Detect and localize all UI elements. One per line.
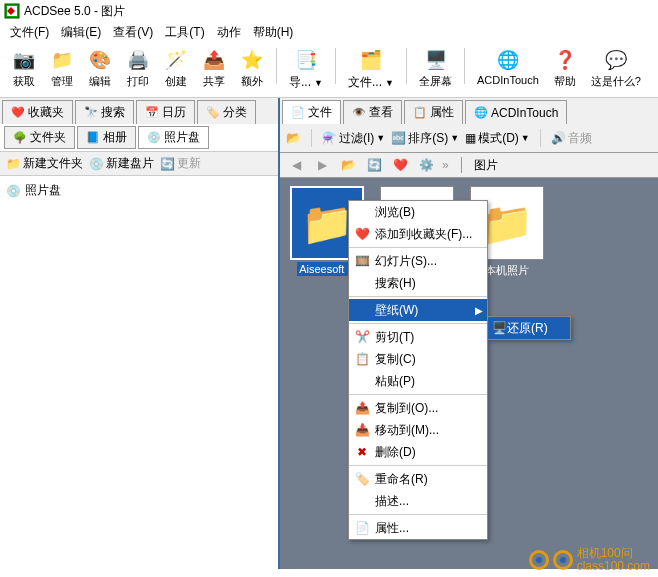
ctx-slide[interactable]: 🎞️幻灯片(S)... bbox=[349, 250, 487, 272]
tab-albums[interactable]: 📘相册 bbox=[77, 126, 136, 149]
file-button[interactable]: 🗂️文件... ▼ bbox=[342, 46, 400, 93]
props-icon: 📄 bbox=[353, 521, 371, 535]
copyto-icon: 📤 bbox=[353, 401, 371, 415]
export-icon: 📑 bbox=[294, 48, 318, 72]
eye-icon: 👁️ bbox=[352, 106, 366, 120]
ctx-props[interactable]: 📄属性... bbox=[349, 517, 487, 539]
left-panel: ❤️收藏夹 🔭搜索 📅日历 🏷️分类 🌳文件夹 📘相册 💿照片盘 📁新建文件夹 … bbox=[0, 98, 280, 569]
fullscreen-icon: 🖥️ bbox=[424, 48, 448, 72]
ctx-moveto[interactable]: 📥移动到(M)... bbox=[349, 419, 487, 441]
separator bbox=[311, 129, 312, 147]
menu-bar: 文件(F) 编辑(E) 查看(V) 工具(T) 动作 帮助(H) bbox=[0, 22, 658, 42]
menu-actions[interactable]: 动作 bbox=[211, 22, 247, 43]
share-icon: 📤 bbox=[202, 48, 226, 72]
new-folder-button[interactable]: 📁新建文件夹 bbox=[6, 155, 83, 172]
whatsthis-icon: 💬 bbox=[604, 48, 628, 72]
acquire-button[interactable]: 📷获取 bbox=[6, 46, 42, 91]
nav-opts-button[interactable]: ⚙️ bbox=[416, 156, 436, 174]
tree-icon: 🌳 bbox=[13, 131, 27, 145]
ctx-rename[interactable]: 🏷️重命名(R) bbox=[349, 468, 487, 490]
watermark-icon bbox=[553, 550, 573, 570]
main-toolbar: 📷获取 📁管理 🎨编辑 🖨️打印 🪄创建 📤共享 ⭐额外 📑导... ▼ 🗂️文… bbox=[0, 42, 658, 98]
menu-help[interactable]: 帮助(H) bbox=[247, 22, 300, 43]
ctx-addfav[interactable]: ❤️添加到收藏夹(F)... bbox=[349, 223, 487, 245]
speaker-icon: 🔊 bbox=[551, 131, 566, 145]
create-button[interactable]: 🪄创建 bbox=[158, 46, 194, 91]
filter-icon: ⚗️ bbox=[322, 131, 337, 145]
rtab-view[interactable]: 👁️查看 bbox=[343, 100, 402, 124]
help-button[interactable]: ❓帮助 bbox=[547, 46, 583, 91]
disc-icon: 💿 bbox=[6, 184, 21, 198]
context-menu: 浏览(B) ❤️添加到收藏夹(F)... 🎞️幻灯片(S)... 搜索(H) 壁… bbox=[348, 200, 488, 540]
help-icon: ❓ bbox=[553, 48, 577, 72]
tab-favorites[interactable]: ❤️收藏夹 bbox=[2, 100, 73, 124]
cut-icon: ✂️ bbox=[353, 330, 371, 344]
ctx-browse[interactable]: 浏览(B) bbox=[349, 201, 487, 223]
sub-restore[interactable]: 🖥️还原(R) bbox=[488, 317, 570, 339]
copy-icon: 📋 bbox=[353, 352, 371, 366]
ctx-search[interactable]: 搜索(H) bbox=[349, 272, 487, 294]
app-icon bbox=[4, 3, 20, 19]
tab-search[interactable]: 🔭搜索 bbox=[75, 100, 134, 124]
rtab-props[interactable]: 📋属性 bbox=[404, 100, 463, 124]
nav-up-button[interactable]: 📂 bbox=[338, 156, 358, 174]
audio-button[interactable]: 🔊音频 bbox=[551, 130, 592, 147]
menu-tools[interactable]: 工具(T) bbox=[159, 22, 210, 43]
camera-icon: 📷 bbox=[12, 48, 36, 72]
tab-categories[interactable]: 🏷️分类 bbox=[197, 100, 256, 124]
ctx-cut[interactable]: ✂️剪切(T) bbox=[349, 326, 487, 348]
ctx-desc[interactable]: 描述... bbox=[349, 490, 487, 512]
moveto-icon: 📥 bbox=[353, 423, 371, 437]
folder-up-icon[interactable]: 📂 bbox=[286, 131, 301, 145]
palette-icon: 🎨 bbox=[88, 48, 112, 72]
ctx-paste[interactable]: 粘贴(P) bbox=[349, 370, 487, 392]
globe-icon: 🌐 bbox=[474, 106, 488, 120]
fullscreen-button[interactable]: 🖥️全屏幕 bbox=[413, 46, 458, 91]
intouch-button[interactable]: 🌐ACDInTouch bbox=[471, 46, 545, 88]
share-button[interactable]: 📤共享 bbox=[196, 46, 232, 91]
nav-back-button[interactable]: ◀ bbox=[286, 156, 306, 174]
whatsthis-button[interactable]: 💬这是什么? bbox=[585, 46, 647, 91]
ctx-copy[interactable]: 📋复制(C) bbox=[349, 348, 487, 370]
tree-item[interactable]: 💿照片盘 bbox=[4, 180, 274, 201]
nav-refresh-button[interactable]: 🔄 bbox=[364, 156, 384, 174]
tab-folders[interactable]: 🌳文件夹 bbox=[4, 126, 75, 149]
window-title: ACDSee 5.0 - 图片 bbox=[24, 3, 125, 20]
extras-button[interactable]: ⭐额外 bbox=[234, 46, 270, 91]
calendar-icon: 📅 bbox=[145, 106, 159, 120]
folder-icon: 📁 bbox=[481, 199, 533, 248]
tab-calendar[interactable]: 📅日历 bbox=[136, 100, 195, 124]
edit-button[interactable]: 🎨编辑 bbox=[82, 46, 118, 91]
menu-file[interactable]: 文件(F) bbox=[4, 22, 55, 43]
path-label: 图片 bbox=[474, 157, 498, 174]
disc-tree: 💿照片盘 bbox=[0, 176, 278, 569]
ctx-delete[interactable]: ✖删除(D) bbox=[349, 441, 487, 463]
mode-dropdown[interactable]: ▦模式(D) ▼ bbox=[465, 130, 530, 147]
star-icon: ⭐ bbox=[240, 48, 264, 72]
wizard-icon: 🪄 bbox=[164, 48, 188, 72]
export-button[interactable]: 📑导... ▼ bbox=[283, 46, 329, 93]
separator bbox=[540, 129, 541, 147]
folder-icon: 📁 bbox=[301, 199, 353, 248]
filter-dropdown[interactable]: ⚗️过滤(I) ▼ bbox=[322, 130, 385, 147]
update-button[interactable]: 🔄更新 bbox=[160, 155, 201, 172]
manage-button[interactable]: 📁管理 bbox=[44, 46, 80, 91]
sort-dropdown[interactable]: 🔤排序(S) ▼ bbox=[391, 130, 459, 147]
nav-fwd-button[interactable]: ▶ bbox=[312, 156, 332, 174]
wallpaper-submenu: 🖥️还原(R) bbox=[487, 316, 571, 340]
separator bbox=[276, 48, 277, 84]
globe-icon: 🌐 bbox=[496, 48, 520, 72]
ctx-copyto[interactable]: 📤复制到(O)... bbox=[349, 397, 487, 419]
rtab-file[interactable]: 📄文件 bbox=[282, 100, 341, 124]
tab-discs[interactable]: 💿照片盘 bbox=[138, 126, 209, 149]
watermark-icon bbox=[529, 550, 549, 570]
nav-fav-button[interactable]: ❤️ bbox=[390, 156, 410, 174]
rtab-intouch[interactable]: 🌐ACDInTouch bbox=[465, 100, 567, 124]
ctx-wallpaper[interactable]: 壁纸(W)▶ bbox=[349, 299, 487, 321]
print-button[interactable]: 🖨️打印 bbox=[120, 46, 156, 91]
menu-view[interactable]: 查看(V) bbox=[107, 22, 159, 43]
chevron-right-icon: ▶ bbox=[475, 305, 483, 316]
files-icon: 🗂️ bbox=[359, 48, 383, 72]
new-disc-button[interactable]: 💿新建盘片 bbox=[89, 155, 154, 172]
menu-edit[interactable]: 编辑(E) bbox=[55, 22, 107, 43]
